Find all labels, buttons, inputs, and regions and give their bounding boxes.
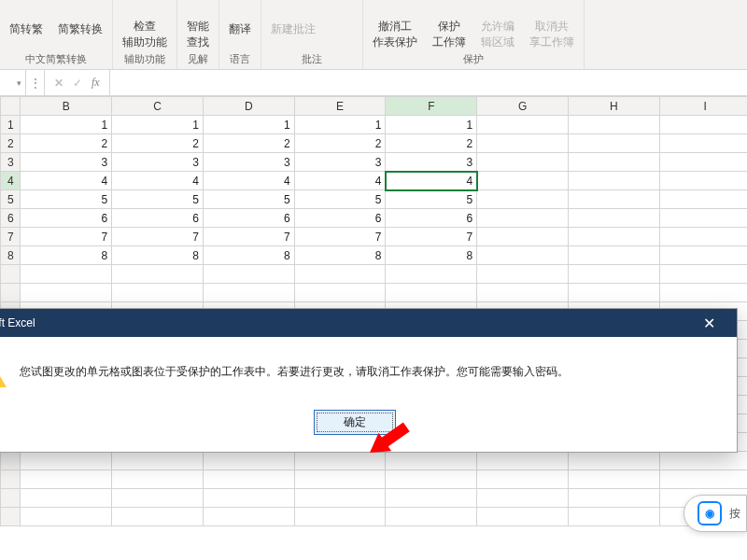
cell[interactable] xyxy=(203,265,294,284)
cell[interactable] xyxy=(112,508,204,526)
cell[interactable] xyxy=(112,284,204,302)
cell[interactable] xyxy=(477,508,569,526)
cell[interactable] xyxy=(568,153,659,172)
cell[interactable]: 1 xyxy=(386,116,477,134)
cell[interactable]: 3 xyxy=(21,153,112,172)
cell[interactable] xyxy=(568,452,659,470)
cell[interactable] xyxy=(659,190,747,209)
cell[interactable] xyxy=(112,452,204,470)
cell[interactable] xyxy=(294,470,386,489)
cell[interactable]: 1 xyxy=(294,116,386,134)
cell[interactable]: 1 xyxy=(112,116,204,134)
cell[interactable] xyxy=(477,228,569,246)
cell[interactable] xyxy=(294,508,386,526)
cell[interactable]: 6 xyxy=(386,209,477,228)
ribbon-button[interactable]: 翻译 xyxy=(225,2,255,37)
cancel-icon[interactable]: ✕ xyxy=(54,77,63,90)
select-all-corner[interactable] xyxy=(1,97,21,116)
name-box[interactable]: ▾ xyxy=(0,70,26,95)
cell[interactable] xyxy=(568,470,659,489)
cell[interactable]: 5 xyxy=(203,190,294,209)
enter-icon[interactable]: ✓ xyxy=(73,77,82,90)
cell[interactable] xyxy=(568,265,659,284)
ribbon-button[interactable]: 保护工作簿 xyxy=(429,0,470,50)
column-header[interactable]: E xyxy=(294,97,386,116)
column-header[interactable]: C xyxy=(112,97,204,116)
cell[interactable] xyxy=(477,116,569,134)
cell[interactable] xyxy=(21,284,112,302)
cell[interactable] xyxy=(659,265,747,284)
cell[interactable] xyxy=(659,228,747,246)
cell[interactable] xyxy=(294,489,386,508)
cell[interactable]: 5 xyxy=(386,190,477,209)
cell[interactable] xyxy=(386,284,477,302)
cell[interactable]: 7 xyxy=(112,228,204,246)
ribbon-button[interactable]: 简繁转换 xyxy=(54,2,106,37)
row-header[interactable]: 7 xyxy=(1,228,21,246)
cell[interactable] xyxy=(477,153,569,172)
cell[interactable] xyxy=(386,489,477,508)
cell[interactable]: 2 xyxy=(294,134,386,153)
cell[interactable] xyxy=(477,246,569,265)
cell[interactable] xyxy=(203,284,294,302)
cell[interactable] xyxy=(203,470,294,489)
column-header[interactable]: G xyxy=(477,97,569,116)
cell[interactable] xyxy=(477,134,569,153)
cell[interactable] xyxy=(21,489,112,508)
cell[interactable]: 8 xyxy=(203,246,294,265)
column-header[interactable]: B xyxy=(21,97,112,116)
cell[interactable]: 3 xyxy=(112,153,204,172)
cell[interactable]: 7 xyxy=(203,228,294,246)
cell[interactable] xyxy=(203,489,294,508)
cell[interactable]: 6 xyxy=(294,209,386,228)
cell[interactable]: 8 xyxy=(112,246,204,265)
cell[interactable] xyxy=(568,489,659,508)
cell[interactable] xyxy=(659,246,747,265)
cell[interactable]: 6 xyxy=(21,209,112,228)
fx-label[interactable]: fx xyxy=(92,76,100,90)
cell[interactable] xyxy=(386,508,477,526)
cell[interactable] xyxy=(659,172,747,190)
cell[interactable] xyxy=(568,172,659,190)
ribbon-button[interactable]: 智能查找 xyxy=(183,0,213,50)
cell[interactable]: 7 xyxy=(294,228,386,246)
cell[interactable]: 1 xyxy=(21,116,112,134)
column-header[interactable]: H xyxy=(568,97,659,116)
cell[interactable] xyxy=(477,470,569,489)
cell[interactable]: 5 xyxy=(294,190,386,209)
cell[interactable]: 4 xyxy=(21,172,112,190)
close-icon[interactable]: ✕ xyxy=(690,309,727,337)
cell[interactable]: 1 xyxy=(203,116,294,134)
cell[interactable]: 4 xyxy=(203,172,294,190)
column-header[interactable]: D xyxy=(203,97,294,116)
formula-input[interactable] xyxy=(109,70,747,95)
cell[interactable] xyxy=(386,265,477,284)
cell[interactable] xyxy=(112,489,204,508)
cell[interactable] xyxy=(477,489,569,508)
row-header[interactable]: 2 xyxy=(1,134,21,153)
cell[interactable] xyxy=(568,190,659,209)
cell[interactable] xyxy=(294,284,386,302)
cell[interactable] xyxy=(386,470,477,489)
cell[interactable] xyxy=(568,209,659,228)
cell[interactable] xyxy=(203,452,294,470)
row-header[interactable] xyxy=(1,489,21,508)
cell[interactable]: 8 xyxy=(21,246,112,265)
cell[interactable]: 8 xyxy=(294,246,386,265)
cell[interactable] xyxy=(21,470,112,489)
cell[interactable] xyxy=(477,265,569,284)
dialog-titlebar[interactable]: rosoft Excel ✕ xyxy=(0,309,737,337)
cell[interactable] xyxy=(568,508,659,526)
cell[interactable] xyxy=(659,134,747,153)
row-header[interactable] xyxy=(1,508,21,526)
cell[interactable]: 5 xyxy=(21,190,112,209)
cell[interactable] xyxy=(477,284,569,302)
cell[interactable]: 7 xyxy=(21,228,112,246)
cell[interactable] xyxy=(659,153,747,172)
cell[interactable] xyxy=(477,209,569,228)
cell[interactable]: 3 xyxy=(203,153,294,172)
row-header[interactable] xyxy=(1,470,21,489)
cell[interactable] xyxy=(659,284,747,302)
cell[interactable] xyxy=(21,452,112,470)
side-floating-widget[interactable]: ◉ 按 xyxy=(684,495,747,532)
